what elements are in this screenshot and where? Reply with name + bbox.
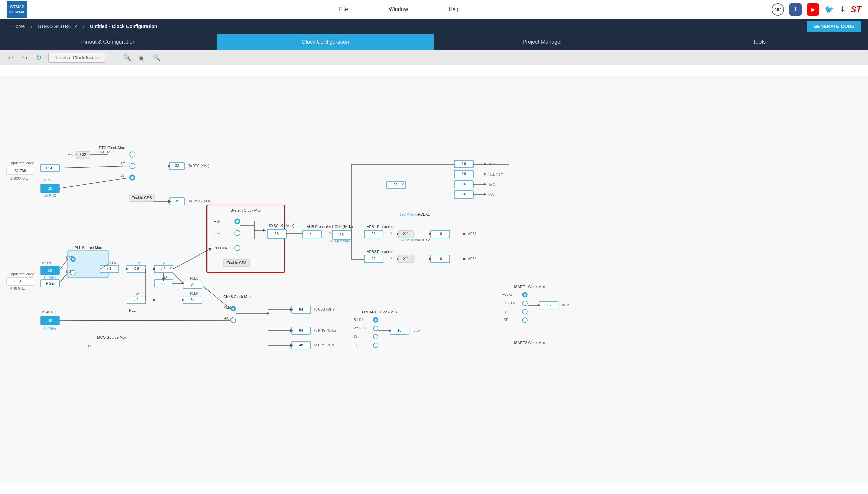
svg-text:SYSCLK: SYSCLK (353, 326, 366, 330)
svg-text:16: 16 (340, 233, 344, 237)
svg-text:HSE_RTC: HSE_RTC (98, 150, 114, 154)
svg-text:PCLK1: PCLK1 (418, 212, 430, 216)
svg-text:CK48 Clock Mux: CK48 Clock Mux (223, 295, 251, 299)
menu-window[interactable]: Window (389, 6, 408, 13)
svg-text:16: 16 (438, 256, 442, 261)
svg-text:/ 1: / 1 (372, 232, 376, 236)
svg-point-42 (235, 230, 240, 236)
reset-button[interactable]: ↻ (35, 52, 43, 63)
fit-button[interactable]: ▣ (138, 53, 146, 63)
svg-text:LSI: LSI (121, 173, 126, 177)
svg-text:HSI RC: HSI RC (41, 261, 52, 265)
breadcrumb-device[interactable]: STM32G431RBTx (33, 19, 82, 34)
svg-text:HSI: HSI (214, 219, 220, 223)
svg-text:LSE: LSE (353, 343, 359, 347)
svg-text:16: 16 (462, 192, 466, 196)
facebook-icon[interactable]: f (789, 3, 801, 16)
svg-text:32: 32 (175, 199, 179, 203)
menu-help[interactable]: Help (448, 6, 460, 13)
svg-text:64: 64 (299, 328, 303, 332)
clock-diagram: Input frequency 32.768 1-1000 KHz LSE LS… (0, 65, 868, 494)
youtube-icon[interactable]: ▶ (807, 3, 819, 16)
svg-text:64: 64 (190, 298, 195, 302)
svg-text:64: 64 (299, 307, 303, 311)
generate-code-button[interactable]: GENERATE CODE (807, 21, 861, 32)
svg-text:/ 2: / 2 (134, 298, 138, 302)
menu-file[interactable]: File (339, 6, 348, 13)
logo-box: STM32 CubeMX (7, 1, 27, 18)
svg-text:LSE: LSE (119, 162, 125, 166)
svg-text:To USB (MHz): To USB (MHz) (314, 308, 335, 311)
svg-point-199 (524, 294, 526, 296)
toolbar-separator (114, 54, 114, 62)
svg-text:X 1: X 1 (403, 256, 409, 261)
svg-text:HCLK (MHz): HCLK (MHz) (332, 225, 353, 229)
tab-tools[interactable]: Tools (651, 34, 868, 50)
svg-text:/ 2: / 2 (161, 281, 165, 285)
breadcrumb-home[interactable]: Home (7, 19, 30, 34)
svg-text:To IWDG (KHz): To IWDG (KHz) (188, 199, 211, 203)
svg-text:HSE: HSE (214, 231, 221, 235)
resolve-clock-button[interactable]: Resolve Clock Issues (49, 53, 106, 63)
svg-text:48 MHz: 48 MHz (43, 326, 56, 330)
svg-point-182 (231, 318, 236, 323)
svg-text:X 1: X 1 (403, 232, 409, 236)
svg-text:Enable CSS: Enable CSS (132, 195, 152, 200)
svg-text:SYSCLK: SYSCLK (502, 301, 515, 305)
zoom-in-button[interactable]: 🔍 (122, 53, 132, 63)
menu-items: File Window Help (54, 6, 744, 13)
svg-point-124 (72, 258, 74, 260)
svg-text:PLLP: PLLP (190, 292, 198, 296)
svg-text:PLLQ: PLLQ (190, 277, 199, 280)
svg-text:16: 16 (462, 172, 466, 176)
svg-point-219 (373, 343, 378, 348)
svg-point-205 (522, 318, 527, 323)
svg-text:SYSCLK (MHz): SYSCLK (MHz) (269, 224, 294, 228)
logo-area: STM32 CubeMX (7, 1, 27, 18)
zoom-out-button[interactable]: 🔍 (151, 53, 162, 63)
network-icon[interactable]: ✳ (839, 5, 845, 14)
svg-text:USART1 Clock Mux: USART1 Clock Mux (512, 285, 546, 289)
breadcrumb-sep2: › (82, 23, 85, 31)
main-tabs: Pinout & Configuration Clock Configurati… (0, 34, 868, 50)
svg-text:APB1: APB1 (468, 232, 477, 236)
svg-point-133 (71, 270, 75, 275)
svg-text:∨: ∨ (169, 266, 172, 270)
svg-text:PLLCLK: PLLCLK (214, 246, 228, 250)
redo-button[interactable]: ↪ (21, 52, 29, 63)
twitter-icon[interactable]: 🐦 (825, 5, 834, 14)
top-bar: STM32 CubeMX File Window Help 10° f ▶ 🐦 … (0, 0, 868, 19)
svg-text:To P: To P (488, 162, 495, 166)
breadcrumb-current: Untitled - Clock Configuration (85, 19, 162, 34)
svg-text:HSI: HSI (502, 310, 507, 314)
svg-text:HCL mem: HCL mem (488, 172, 503, 176)
svg-text:To US: To US (561, 303, 571, 307)
svg-text:∨: ∨ (329, 231, 331, 235)
svg-point-217 (373, 335, 378, 339)
svg-text:/ 1: / 1 (372, 256, 376, 261)
svg-point-15 (130, 152, 135, 157)
svg-text:16: 16 (48, 268, 52, 272)
svg-text:APB1 Prescaler: APB1 Prescaler (367, 225, 393, 229)
tab-project[interactable]: Project Manager (434, 34, 651, 50)
svg-text:APB2: APB2 (468, 257, 477, 261)
svg-text:170 MHz max: 170 MHz max (329, 239, 350, 243)
tab-clock[interactable]: Clock Configuration (217, 34, 434, 50)
svg-text:AHB Prescaler: AHB Prescaler (307, 225, 331, 229)
svg-text:Input frequency: Input frequency (10, 272, 34, 276)
tab-pinout[interactable]: Pinout & Configuration (0, 34, 217, 50)
svg-text:LSI RC: LSI RC (41, 178, 52, 182)
svg-text:1-1000 KHz: 1-1000 KHz (10, 176, 28, 180)
svg-text:16: 16 (462, 162, 466, 166)
svg-text:∨: ∨ (402, 182, 404, 186)
svg-point-215 (373, 326, 378, 331)
breadcrumb: Home › STM32G431RBTx › Untitled - Clock … (0, 19, 868, 34)
logo-cubemx: CubeMX (10, 10, 24, 14)
svg-text:/P: /P (136, 292, 140, 296)
svg-text:∨: ∨ (390, 231, 392, 235)
svg-text:Input frequency: Input frequency (10, 161, 34, 165)
undo-button[interactable]: ↩ (7, 52, 15, 63)
svg-text:∨: ∨ (115, 266, 118, 270)
svg-text:/ 32: / 32 (80, 152, 86, 156)
svg-point-203 (522, 309, 527, 314)
